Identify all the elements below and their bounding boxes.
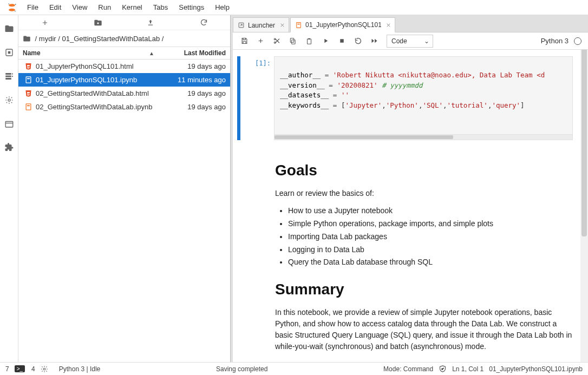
file-name: 02_GettingStartedWithDataLab.html	[36, 89, 187, 97]
menu-tabs[interactable]: Tabs	[148, 1, 173, 14]
kernel-status-icon[interactable]	[574, 37, 582, 45]
scrollbar-thumb[interactable]	[275, 135, 453, 139]
heading-summary: Summary	[275, 281, 573, 298]
tab-label: Launcher	[248, 22, 275, 29]
status-saving: Saving completed	[216, 365, 267, 373]
cell-prompt: [1]:	[243, 56, 274, 140]
file-name: 02_GettingStartedWithDataLab.ipynb	[36, 103, 187, 111]
menu-view[interactable]: View	[67, 1, 93, 14]
folder-icon	[23, 35, 31, 43]
sort-caret-icon: ▲	[149, 50, 154, 56]
insert-cell-button[interactable]	[253, 34, 267, 48]
menu-settings[interactable]: Settings	[173, 1, 210, 14]
menu-help[interactable]: Help	[210, 1, 235, 14]
cell-type-select[interactable]: Code	[387, 35, 433, 48]
paste-button[interactable]	[302, 34, 316, 48]
commands-icon[interactable]	[4, 71, 14, 81]
upload-button[interactable]	[125, 15, 178, 30]
svg-point-22	[8, 3, 9, 4]
paragraph: Learn or review the basics of:	[275, 188, 573, 199]
save-button[interactable]	[237, 34, 251, 48]
svg-point-21	[9, 8, 15, 11]
code-cell[interactable]: [1]: __author__ = 'Robert Nikutta <nikut…	[237, 56, 573, 140]
file-row[interactable]: 02_GettingStartedWithDataLab.html19 days…	[18, 87, 230, 100]
vertical-scrollbar[interactable]	[580, 48, 588, 362]
gear-icon[interactable]	[41, 365, 48, 373]
interrupt-button[interactable]	[335, 34, 349, 48]
tab-notebook[interactable]: 01_JupyterPythonSQL101.ip	[290, 17, 395, 32]
menu-file[interactable]: File	[22, 1, 44, 14]
markdown-cell[interactable]: Goals Learn or review the basics of: How…	[237, 144, 573, 352]
status-mode[interactable]: Mode: Command	[383, 365, 433, 373]
status-kernel[interactable]: Python 3 | Idle	[59, 365, 101, 373]
html-file-icon	[23, 62, 34, 70]
status-filename[interactable]: 01_JupyterPythonSQL101.ipynb	[489, 365, 583, 373]
run-button[interactable]	[318, 34, 332, 48]
paragraph: In this notebook, we provide a review of…	[275, 307, 573, 352]
extensions-icon[interactable]	[4, 143, 14, 153]
file-list-header[interactable]: Name ▲ Last Modified	[18, 47, 230, 60]
html-file-icon	[23, 89, 34, 97]
activity-bar	[0, 15, 18, 362]
heading-goals: Goals	[275, 162, 573, 179]
shield-icon[interactable]	[439, 365, 447, 373]
svg-point-20	[9, 4, 15, 6]
file-modified: 19 days ago	[187, 103, 226, 111]
list-item: Importing Data Lab packages	[288, 231, 573, 244]
menu-run[interactable]: Run	[93, 1, 116, 14]
tab-label: 01_JupyterPythonSQL101.ip	[305, 21, 381, 29]
breadcrumb-segment[interactable]: 01_GettingStartedWithDataLab	[62, 35, 160, 43]
notebook-body[interactable]: [1]: __author__ = 'Robert Nikutta <nikut…	[233, 50, 588, 362]
new-launcher-button[interactable]	[18, 15, 71, 30]
launcher-icon	[238, 22, 245, 29]
file-row[interactable]: 02_GettingStartedWithDataLab.ipynb19 day…	[18, 100, 230, 114]
breadcrumb-segment[interactable]: mydir	[39, 35, 56, 43]
notebook-icon	[295, 22, 302, 29]
menu-kernel[interactable]: Kernel	[116, 1, 148, 14]
terminal-icon[interactable]: >_	[15, 365, 25, 372]
copy-button[interactable]	[286, 34, 300, 48]
file-name: 01_JupyterPythonSQL101.ipynb	[36, 76, 178, 84]
file-browser: / mydir / 01_GettingStartedWithDataLab /…	[18, 15, 231, 362]
modified-col-header: Last Modified	[160, 49, 230, 57]
file-browser-toolbar	[18, 15, 230, 30]
cut-button[interactable]	[270, 34, 284, 48]
restart-button[interactable]	[351, 34, 365, 48]
close-icon[interactable]	[386, 22, 391, 28]
status-count: 7	[5, 365, 9, 373]
notebook-file-icon	[23, 76, 34, 84]
breadcrumb[interactable]: / mydir / 01_GettingStartedWithDataLab /	[18, 30, 230, 47]
tab-launcher[interactable]: Launcher	[233, 17, 289, 32]
menu-edit[interactable]: Edit	[44, 1, 67, 14]
svg-point-23	[15, 10, 16, 11]
file-modified: 19 days ago	[187, 62, 226, 70]
kernel-name[interactable]: Python 3	[541, 37, 569, 45]
tabs-icon[interactable]	[4, 119, 14, 129]
cell-collapse-bar[interactable]	[237, 56, 240, 140]
folder-icon[interactable]	[4, 24, 14, 34]
file-row[interactable]: 01_JupyterPythonSQL101.ipynb11 minutes a…	[18, 73, 230, 87]
close-icon[interactable]	[279, 22, 285, 28]
svg-point-24	[15, 4, 16, 5]
cell-type-value: Code	[391, 37, 407, 45]
restart-run-all-button[interactable]	[367, 34, 381, 48]
running-icon[interactable]	[4, 48, 14, 57]
bullet-list: How to use a Jupyter notebookSimple Pyth…	[288, 205, 573, 269]
jupyter-logo	[5, 1, 18, 14]
name-col-header: Name	[23, 49, 41, 57]
status-terminal-count: 4	[31, 365, 35, 373]
file-modified: 11 minutes ago	[178, 76, 226, 84]
file-list: 01_JupyterPythonSQL101.html19 days ago01…	[18, 60, 230, 362]
horizontal-scrollbar[interactable]	[274, 135, 573, 140]
new-folder-button[interactable]	[71, 15, 125, 30]
file-row[interactable]: 01_JupyterPythonSQL101.html19 days ago	[18, 60, 230, 73]
scrollbar-thumb[interactable]	[582, 48, 587, 236]
gear-icon[interactable]	[4, 96, 13, 104]
list-item: Simple Python operations, package import…	[288, 218, 573, 231]
refresh-button[interactable]	[177, 15, 230, 30]
menu-bar: File Edit View Run Kernel Tabs Settings …	[0, 0, 588, 15]
status-cursor[interactable]: Ln 1, Col 1	[452, 365, 484, 373]
list-item: How to use a Jupyter notebook	[288, 205, 573, 218]
code-editor[interactable]: __author__ = 'Robert Nikutta <nikutta@no…	[274, 56, 573, 135]
content-area: Launcher 01_JupyterPythonSQL101.ip Code	[231, 15, 588, 362]
